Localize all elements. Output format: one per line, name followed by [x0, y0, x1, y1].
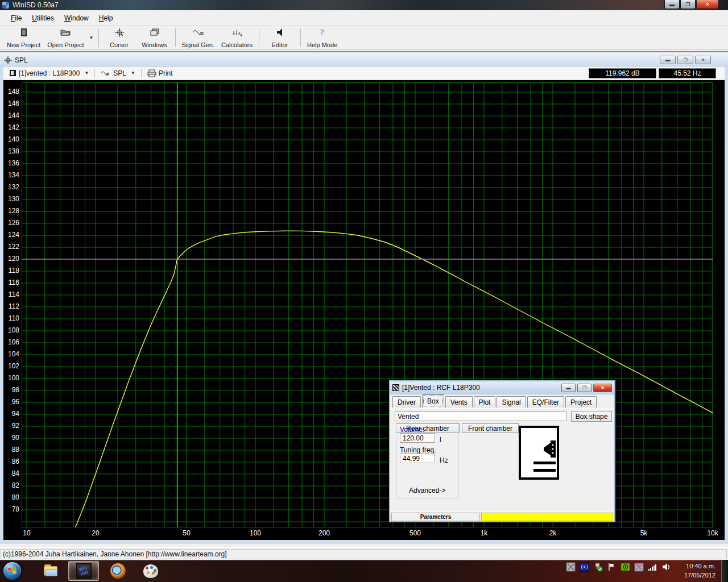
firefox-icon [110, 563, 126, 579]
waveform-icon [101, 70, 111, 77]
windows-button[interactable]: Windows [137, 26, 172, 49]
usb-eject-icon[interactable] [593, 562, 603, 572]
y-tick-label: 138 [3, 147, 19, 155]
winisd-icon: WinISD [76, 563, 92, 579]
x-tick-label: 100 [250, 529, 261, 537]
spl-titlebar[interactable]: SPL [0, 54, 728, 66]
svg-text:60: 60 [636, 563, 641, 567]
menu-item-file[interactable]: File [6, 12, 27, 24]
progress-bar [481, 513, 613, 521]
menu-item-utilities[interactable]: Utilities [27, 12, 59, 24]
box-type-field[interactable]: Vented [395, 411, 566, 421]
print-button[interactable]: Print [145, 69, 175, 77]
menu-item-help[interactable]: Help [94, 12, 118, 24]
help-mode-button[interactable]: ?Help Mode [304, 26, 341, 49]
tuning-freq-input[interactable]: 44.99 [400, 454, 435, 463]
menu-item-window[interactable]: Window [59, 12, 94, 24]
maximize-button[interactable]: ❐ [680, 0, 696, 9]
y-tick-label: 92 [3, 422, 19, 430]
advanced-link[interactable]: Advanced-> [409, 487, 445, 494]
app-title: WinISD 0.50a7 [13, 1, 59, 9]
y-tick-label: 80 [3, 493, 19, 501]
dialog-restore-button[interactable]: ❐ [577, 384, 592, 392]
tab-eq-filter[interactable]: EQ/Filter [527, 396, 564, 408]
signal-gen--button[interactable]: Signal Gen. [179, 26, 218, 49]
svg-text:?: ? [320, 28, 324, 37]
close-button[interactable]: ✕ [696, 0, 719, 9]
parameters-panel[interactable]: Parameters [391, 513, 480, 521]
box-shape-button[interactable]: Box shape [571, 411, 612, 422]
volume-unit: l [440, 436, 441, 444]
taskbar-item-explorer[interactable] [35, 561, 66, 581]
new-project-button[interactable]: New Project [3, 26, 44, 49]
y-tick-label: 142 [3, 123, 19, 131]
tab-driver[interactable]: Driver [392, 396, 421, 408]
volume-input[interactable]: 120.00 [400, 433, 435, 443]
y-tick-label: 110 [3, 314, 19, 322]
y-tick-label: 116 [3, 278, 19, 286]
y-tick-label: 96 [3, 398, 19, 406]
toolbar-separator [259, 28, 259, 47]
tab-signal[interactable]: Signal [497, 396, 526, 408]
open-project-dropdown[interactable]: ▼ [88, 26, 96, 49]
minimize-button[interactable]: ▬ [664, 0, 680, 9]
y-tick-label: 84 [3, 469, 19, 477]
taskbar-item-firefox[interactable] [102, 561, 133, 581]
dialog-minimize-button[interactable]: ▬ [561, 384, 576, 392]
start-button[interactable] [3, 562, 21, 580]
directx-icon[interactable] [566, 562, 576, 572]
clock-date: 17/05/2012 [671, 571, 715, 580]
tuning-freq-unit: Hz [440, 456, 448, 464]
signal-bars-icon[interactable] [648, 562, 657, 572]
spl-restore-button[interactable]: ❐ [677, 56, 693, 64]
wireless-blue-icon[interactable] [580, 562, 589, 572]
tab-plot[interactable]: Plot [474, 396, 496, 408]
nvidia-icon[interactable] [621, 562, 630, 572]
x-tick-label: 200 [318, 529, 330, 537]
plot-type-combo[interactable]: SPL ▼ [98, 69, 138, 77]
spl-caption-buttons: ▬ ❐ ✕ [660, 56, 711, 64]
show-desktop-button[interactable] [721, 560, 728, 582]
windows-start-icon [7, 567, 16, 575]
driver-box-icon [9, 69, 16, 77]
toolbar-separator [175, 28, 176, 47]
cursor-db-readout: 119.962 dB [589, 68, 656, 78]
y-tick-label: 144 [3, 111, 19, 119]
y-tick-label: 136 [3, 159, 19, 167]
action-center-flag-icon[interactable] [607, 562, 617, 572]
dialog-body: Vented Box shape Rear chamber Front cham… [390, 408, 614, 512]
x-tick-label: 5k [640, 529, 648, 537]
toolbar-separator [141, 69, 142, 78]
calculators-button[interactable]: Calculators [218, 26, 256, 49]
cursor-button[interactable]: Cursor [102, 26, 137, 49]
tab-vents[interactable]: Vents [445, 396, 473, 408]
y-tick-label: 82 [3, 481, 19, 489]
taskbar-clock[interactable]: 10:40 a.m. 17/05/2012 [671, 562, 715, 580]
y-tick-label: 148 [3, 88, 19, 95]
box-shape-drawing [519, 426, 559, 480]
spl-close-button[interactable]: ✕ [695, 56, 711, 64]
system-tray: 60 [566, 562, 671, 572]
project-combo[interactable]: [1]vented : L18P300 ▼ [7, 69, 91, 77]
y-tick-label: 104 [3, 350, 19, 358]
taskbar-item-paint[interactable] [135, 561, 166, 581]
taskbar-item-winisd[interactable]: WinISD [68, 561, 99, 581]
spl-minimize-button[interactable]: ▬ [660, 56, 676, 64]
y-tick-label: 134 [3, 171, 19, 179]
y-tick-label: 140 [3, 135, 19, 143]
x-tick-label: 2k [549, 529, 557, 537]
front-chamber-button[interactable]: Front chamber [462, 423, 519, 433]
open-project-button[interactable]: Open Project [44, 26, 87, 49]
tab-box[interactable]: Box [422, 394, 444, 408]
x-tick-label: 1k [481, 529, 488, 537]
clock-time: 10:40 a.m. [671, 562, 715, 571]
y-tick-label: 100 [3, 374, 19, 382]
tab-project[interactable]: Project [565, 396, 597, 408]
y-tick-label: 112 [3, 302, 19, 310]
dialog-close-button[interactable]: ✕ [593, 384, 612, 392]
toolbar-separator [94, 69, 95, 78]
editor-button[interactable]: Editor [262, 26, 297, 49]
gpu-temp-60-icon[interactable]: 60 [634, 562, 644, 572]
dialog-titlebar[interactable]: [1]Vented : RCF L18P300 ▬ ❐ ✕ [390, 381, 614, 394]
volume-icon[interactable] [661, 562, 671, 572]
